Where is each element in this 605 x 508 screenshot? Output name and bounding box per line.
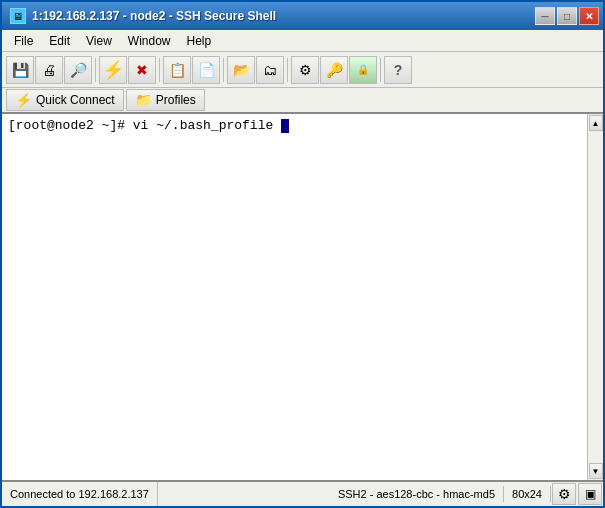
menu-edit[interactable]: Edit: [41, 32, 78, 50]
scroll-down-button[interactable]: ▼: [589, 463, 603, 479]
key-button[interactable]: 🔑: [320, 56, 348, 84]
menu-view[interactable]: View: [78, 32, 120, 50]
terminal-line-1: [root@node2 ~]# vi ~/.bash_profile: [8, 118, 581, 133]
menu-file[interactable]: File: [6, 32, 41, 50]
terminal[interactable]: [root@node2 ~]# vi ~/.bash_profile: [2, 114, 587, 480]
copy-button[interactable]: 📋: [163, 56, 191, 84]
status-extra-button[interactable]: ▣: [578, 483, 602, 505]
find-button[interactable]: 🔎: [64, 56, 92, 84]
save-button[interactable]: 💾: [6, 56, 34, 84]
disconnect-button[interactable]: ✖: [128, 56, 156, 84]
toolbar-sep-4: [287, 58, 288, 82]
paste-button[interactable]: 📄: [192, 56, 220, 84]
scrollbar: ▲ ▼: [587, 114, 603, 480]
status-right: SSH2 - aes128-cbc - hmac-md5 80x24 ⚙ ▣: [330, 483, 603, 505]
title-bar: 🖥 1:192.168.2.137 - node2 - SSH Secure S…: [2, 2, 603, 30]
toolbar: 💾 🖨 🔎 ⚡ ✖ 📋 📄 📂 🗂 ⚙ 🔑 🔒 ?: [2, 52, 603, 88]
title-bar-left: 🖥 1:192.168.2.137 - node2 - SSH Secure S…: [10, 8, 276, 24]
terminal-prompt: [root@node2 ~]# vi ~/.bash_profile: [8, 118, 281, 133]
toolbar-sep-3: [223, 58, 224, 82]
connect-button[interactable]: ⚡: [99, 56, 127, 84]
settings-button[interactable]: ⚙: [291, 56, 319, 84]
toolbar-sep-2: [159, 58, 160, 82]
secondary-toolbar: ⚡ Quick Connect 📁 Profiles: [2, 88, 603, 114]
sftp-button[interactable]: 🗂: [256, 56, 284, 84]
toolbar-sep-5: [380, 58, 381, 82]
file-transfer-button[interactable]: 📂: [227, 56, 255, 84]
app-icon: 🖥: [10, 8, 26, 24]
main-window: 🖥 1:192.168.2.137 - node2 - SSH Secure S…: [0, 0, 605, 508]
quick-connect-icon: ⚡: [15, 92, 32, 108]
close-button[interactable]: ✕: [579, 7, 599, 25]
terminal-container: [root@node2 ~]# vi ~/.bash_profile ▲ ▼: [2, 114, 603, 480]
connection-status: Connected to 192.168.2.137: [2, 482, 158, 506]
quick-connect-label: Quick Connect: [36, 93, 115, 107]
dimensions-status: 80x24: [504, 486, 551, 502]
minimize-button[interactable]: ─: [535, 7, 555, 25]
maximize-button[interactable]: □: [557, 7, 577, 25]
profiles-icon: 📁: [135, 92, 152, 108]
tunnel-button[interactable]: 🔒: [349, 56, 377, 84]
help-button[interactable]: ?: [384, 56, 412, 84]
scroll-track[interactable]: [589, 131, 603, 463]
menu-window[interactable]: Window: [120, 32, 179, 50]
status-settings-button[interactable]: ⚙: [552, 483, 576, 505]
quick-connect-button[interactable]: ⚡ Quick Connect: [6, 89, 124, 111]
menu-bar: File Edit View Window Help: [2, 30, 603, 52]
toolbar-sep-1: [95, 58, 96, 82]
title-buttons: ─ □ ✕: [535, 7, 599, 25]
status-bar: Connected to 192.168.2.137 SSH2 - aes128…: [2, 480, 603, 506]
encryption-status: SSH2 - aes128-cbc - hmac-md5: [330, 486, 504, 502]
window-title: 1:192.168.2.137 - node2 - SSH Secure She…: [32, 9, 276, 23]
print-button[interactable]: 🖨: [35, 56, 63, 84]
menu-help[interactable]: Help: [179, 32, 220, 50]
profiles-label: Profiles: [156, 93, 196, 107]
profiles-button[interactable]: 📁 Profiles: [126, 89, 205, 111]
scroll-up-button[interactable]: ▲: [589, 115, 603, 131]
terminal-cursor: [281, 119, 289, 133]
